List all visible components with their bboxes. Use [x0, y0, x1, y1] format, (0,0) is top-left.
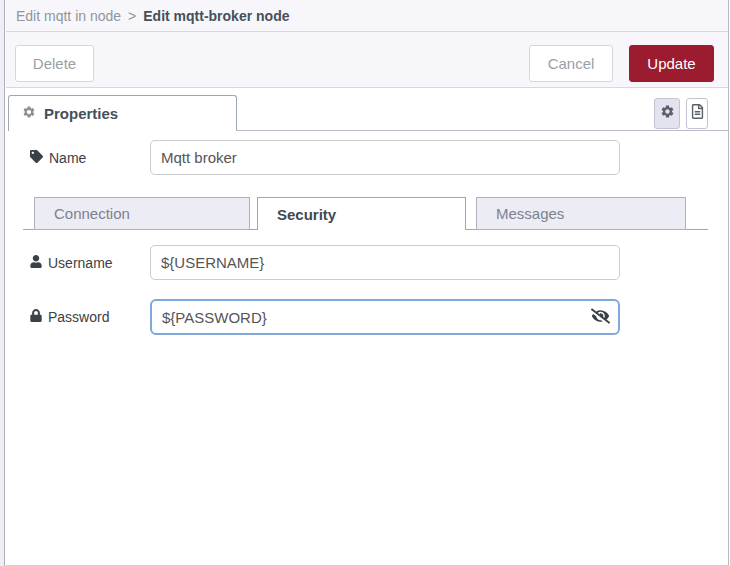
tab-messages-label: Messages [496, 205, 564, 222]
name-label: Name [30, 140, 146, 175]
password-reveal-button[interactable] [582, 301, 618, 333]
username-input[interactable] [150, 245, 620, 280]
tab-security-label: Security [277, 206, 336, 223]
breadcrumb: Edit mqtt in node > Edit mqtt-broker nod… [6, 0, 728, 32]
tab-properties[interactable]: Properties [8, 95, 237, 131]
editor-tab-row: Properties [6, 88, 728, 131]
tab-connection-label: Connection [54, 205, 130, 222]
edit-dialog: Edit mqtt in node > Edit mqtt-broker nod… [6, 0, 729, 566]
tab-properties-label: Properties [44, 105, 118, 122]
settings-icon-button[interactable] [654, 98, 680, 129]
delete-button[interactable]: Delete [15, 45, 94, 82]
broker-section-tabs: Connection Security Messages [23, 197, 708, 230]
password-field [150, 299, 620, 335]
username-label: Username [30, 245, 146, 280]
edit-mqtt-broker-dialog: Edit mqtt in node > Edit mqtt-broker nod… [0, 0, 730, 566]
name-input[interactable] [150, 140, 620, 175]
breadcrumb-separator: > [128, 8, 136, 24]
gear-icon [660, 104, 675, 123]
eye-slash-icon [591, 308, 610, 327]
tag-icon [30, 150, 43, 166]
update-button[interactable]: Update [629, 45, 714, 82]
workspace-edge [0, 0, 5, 566]
tab-connection[interactable]: Connection [34, 197, 250, 230]
password-input[interactable] [152, 309, 582, 326]
properties-form: Name Connection Security Messages [6, 131, 728, 565]
username-label-text: Username [48, 255, 113, 271]
gear-icon [22, 105, 36, 122]
tab-messages[interactable]: Messages [476, 197, 686, 230]
breadcrumb-parent[interactable]: Edit mqtt in node [16, 8, 121, 24]
breadcrumb-current: Edit mqtt-broker node [143, 8, 289, 24]
dialog-toolbar: Delete Cancel Update [6, 32, 728, 88]
cancel-button[interactable]: Cancel [529, 45, 613, 82]
docs-icon-button[interactable] [686, 98, 708, 129]
password-label-text: Password [48, 309, 109, 325]
tab-security[interactable]: Security [257, 197, 466, 230]
name-label-text: Name [49, 150, 86, 166]
document-icon [691, 104, 704, 123]
password-label: Password [30, 299, 146, 334]
lock-icon [30, 309, 42, 325]
user-icon [30, 255, 42, 271]
